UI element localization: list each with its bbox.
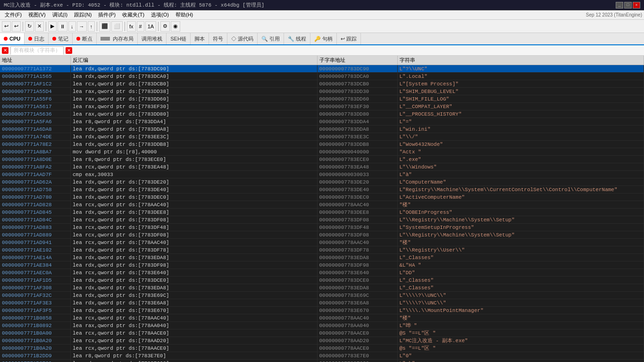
module-close-button[interactable]: ✕ xyxy=(2,47,8,54)
table-row[interactable]: 00000007771A8D0E lea r8,qword ptr ds:[77… xyxy=(0,156,644,163)
table-row[interactable]: 00000007771A1565 lea rdx,qword ptr ds:[7… xyxy=(0,73,644,80)
tb-misc2[interactable]: ◉ xyxy=(171,21,180,32)
cell-address: 00000007771AF308 xyxy=(0,284,71,291)
table-row[interactable]: 00000007771AF3E3 lea rdx,qword ptr ds:[7… xyxy=(0,299,644,307)
tab-handle[interactable]: 🔑 句柄 xyxy=(310,33,337,44)
table-row[interactable]: 00000007771AD828 lea rcx,qword ptr ds:[7… xyxy=(0,201,644,209)
menu-help[interactable]: 帮助(H) xyxy=(173,11,196,19)
tab-handle-label: 🔑 句柄 xyxy=(314,35,333,42)
tab-mem-label: 内存布局 xyxy=(113,35,134,42)
table-row[interactable]: 00000007771A5FA6 lea r8,qword ptr ds:[77… xyxy=(0,118,644,126)
tab-notes[interactable]: 笔记 xyxy=(49,33,73,44)
cell-string: L"哗 " xyxy=(398,322,644,329)
table-row[interactable]: 00000007771AD62A lea rdx,qword ptr ds:[7… xyxy=(0,178,644,186)
minimize-button[interactable]: _ xyxy=(616,2,623,8)
menu-view[interactable]: 视图(V) xyxy=(25,11,49,19)
cell-address: 00000007771A8D0E xyxy=(0,156,71,163)
cell-subaddr: 000000007783E640 xyxy=(318,269,398,276)
tb-pause[interactable]: ⏸ xyxy=(58,21,67,32)
table-row[interactable]: 00000007771AE14A lea rdx,qword ptr ds:[7… xyxy=(0,254,644,261)
table-row[interactable]: 00000007771AD941 lea rcx,qword ptr ds:[7… xyxy=(0,239,644,246)
table-row[interactable]: 00000007771AF1D5 lea rdx,qword ptr ds:[7… xyxy=(0,277,644,284)
tb-hash[interactable]: # xyxy=(137,21,144,32)
tb-fx[interactable]: fx xyxy=(127,21,136,32)
tab-memory[interactable]: 内存布局 xyxy=(97,33,138,44)
table-row[interactable]: 00000007771AEC0A lea rcx,qword ptr ds:[7… xyxy=(0,269,644,277)
tab-seh-label: SEH链 xyxy=(170,35,186,42)
tab-breakpoints[interactable]: 断点 xyxy=(73,33,97,44)
tb-bp[interactable]: ⬛ xyxy=(99,21,110,32)
menu-options[interactable]: 选项(O) xyxy=(148,11,172,19)
cell-string: L"_Classes" xyxy=(398,284,644,291)
tab-thread[interactable]: 🔧 线程 xyxy=(284,33,310,44)
maximize-button[interactable]: □ xyxy=(624,2,632,8)
tb-open[interactable]: ↩ xyxy=(2,21,11,32)
tb-restart[interactable]: ↻ xyxy=(25,21,34,32)
table-row[interactable]: 00000007771B0858 lea rcx,qword ptr ds:[7… xyxy=(0,314,644,322)
table-row[interactable]: 00000007771B2DD9 lea r8,qword ptr ds:[77… xyxy=(0,352,644,360)
table-row[interactable]: 00000007771AF32C lea rdx,qword ptr ds:[7… xyxy=(0,292,644,299)
table-row[interactable]: 00000007771B0A20 lea rcx,qword ptr ds:[7… xyxy=(0,345,644,352)
table-row[interactable]: 00000007771B0A00 lea rcx,qword ptr ds:[7… xyxy=(0,329,644,337)
table-row[interactable]: 00000007771A74DE lea rdx,qword ptr ds:[7… xyxy=(0,133,644,141)
table-row[interactable]: 00000007771AD889 lea rcx,qword ptr ds:[7… xyxy=(0,231,644,239)
menu-file[interactable]: 文件(F) xyxy=(2,11,25,19)
tb-step-out[interactable]: ↑ xyxy=(88,21,95,32)
tab-seh[interactable]: SEH链 xyxy=(167,33,191,44)
menu-favorites[interactable]: 收藏夹(T) xyxy=(119,11,147,19)
tab-trace[interactable]: ↩ 跟踪 xyxy=(337,33,361,44)
tb-save[interactable]: ↩ xyxy=(12,21,21,32)
tb-font[interactable]: 1A xyxy=(145,21,156,32)
table-row[interactable]: 00000007771AD758 lea rdx,qword ptr ds:[7… xyxy=(0,186,644,194)
menu-plugins[interactable]: 插件(P) xyxy=(95,11,118,19)
table-row[interactable]: 00000007771AD883 lea rcx,qword ptr ds:[7… xyxy=(0,224,644,231)
tab-notes-label: 笔记 xyxy=(58,35,68,42)
cell-string: L"\\Registry\\User\\" xyxy=(398,246,644,253)
table-row[interactable]: 00000007771A78E2 lea rdx,qword ptr ds:[7… xyxy=(0,141,644,148)
table-row[interactable]: 00000007771A55D4 lea rax,qword ptr ds:[7… xyxy=(0,88,644,95)
menu-trace[interactable]: 跟踪(N) xyxy=(71,11,94,19)
tab-log[interactable]: 日志 xyxy=(25,33,49,44)
table-row[interactable]: 00000007771AD84C lea rcx,qword ptr ds:[7… xyxy=(0,216,644,224)
tb-hw-bp[interactable]: ⬜ xyxy=(111,21,123,32)
module-tab-close[interactable]: ✕ xyxy=(66,47,72,54)
table-row[interactable]: 00000007771B0A20 lea rcx,qword ptr ds:[7… xyxy=(0,337,644,345)
table-row[interactable]: 00000007771AE384 lea rdx,qword ptr ds:[7… xyxy=(0,261,644,269)
tb-step-over[interactable]: → xyxy=(77,21,87,32)
tb-step-into[interactable]: ↓ xyxy=(68,21,76,32)
table-row[interactable]: 00000007771AAD7F cmp eax,30033 000000000… xyxy=(0,171,644,178)
module-tab-all[interactable]: 所有模块（字符串） xyxy=(10,46,64,55)
close-button[interactable]: ✕ xyxy=(633,2,640,8)
cell-string: L"[System Process]" xyxy=(398,80,644,87)
table-row[interactable]: 00000007771AF308 lea rdx,qword ptr ds:[7… xyxy=(0,284,644,292)
table-row[interactable]: 00000007771A8FA2 lea rcx,qword ptr ds:[7… xyxy=(0,163,644,171)
tab-ref[interactable]: 🔍 引用 xyxy=(258,33,284,44)
table-row[interactable]: 00000007771A5636 lea rax,qword ptr ds:[7… xyxy=(0,110,644,118)
tab-source[interactable]: ◇ 源代码 xyxy=(227,33,258,44)
table-row[interactable]: 00000007771A8BA7 mov dword ptr ds:[r8],4… xyxy=(0,148,644,156)
table-row[interactable]: 00000007771A5617 lea rax,qword ptr ds:[7… xyxy=(0,103,644,110)
table-row[interactable]: 00000007771A55F6 lea rax,qword ptr ds:[7… xyxy=(0,95,644,103)
titlebar: MC注入改造 - 副本.exe - PID: 4052 - 模块: ntdll.… xyxy=(0,0,644,10)
table-row[interactable]: 00000007771B0892 lea rax,qword ptr ds:[7… xyxy=(0,322,644,329)
tab-cpu[interactable]: CPU xyxy=(0,33,25,45)
table-row[interactable]: 00000007771AF3F5 lea rdx,qword ptr ds:[7… xyxy=(0,307,644,314)
disasm-table[interactable]: 00000007771A1372 lea rdx,qword ptr ds:[7… xyxy=(0,65,644,362)
table-row[interactable]: 00000007771B2E09 lea rdx,qword ptr ds:[7… xyxy=(0,360,644,362)
cell-string: L"_Classes" xyxy=(398,277,644,284)
table-row[interactable]: 00000007771AD780 lea rdx,qword ptr ds:[7… xyxy=(0,194,644,201)
cell-disasm: lea r8,qword ptr ds:[7783E7E0] xyxy=(71,352,318,359)
tab-script[interactable]: 脚本 xyxy=(191,33,209,44)
table-row[interactable]: 00000007771AF1C2 lea rcx,qword ptr ds:[7… xyxy=(0,80,644,88)
tab-symbol[interactable]: 符号 xyxy=(209,33,227,44)
tab-callstack[interactable]: 调用堆栈 xyxy=(138,33,167,44)
tb-run[interactable]: ▶ xyxy=(48,21,57,32)
table-row[interactable]: 00000007771A6DA8 lea rdx,qword ptr ds:[7… xyxy=(0,126,644,133)
tb-misc[interactable]: ⚙ xyxy=(160,21,170,32)
tb-close[interactable]: ✕ xyxy=(35,21,44,32)
table-row[interactable]: 00000007771AD845 lea rdx,qword ptr ds:[7… xyxy=(0,209,644,216)
menu-debug[interactable]: 调试(I) xyxy=(50,11,70,19)
cell-subaddr: 0000000000040000 xyxy=(318,148,398,155)
table-row[interactable]: 00000007771AE102 lea rdx,qword ptr ds:[7… xyxy=(0,246,644,254)
table-row[interactable]: 00000007771A1372 lea rdx,qword ptr ds:[7… xyxy=(0,65,644,73)
